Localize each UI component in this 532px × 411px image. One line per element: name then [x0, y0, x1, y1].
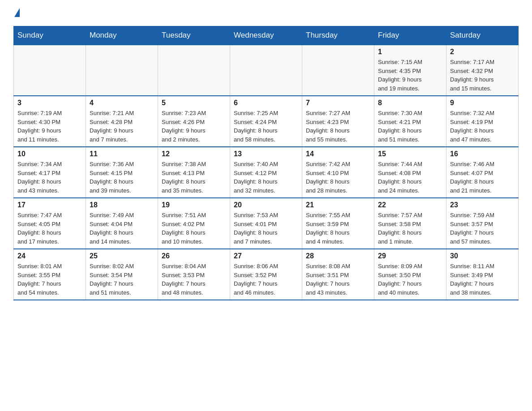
- day-number: 20: [234, 201, 298, 209]
- calendar-cell: 24Sunrise: 8:01 AM Sunset: 3:55 PM Dayli…: [14, 249, 86, 300]
- calendar-cell: [302, 45, 374, 96]
- day-info: Sunrise: 7:21 AM Sunset: 4:28 PM Dayligh…: [90, 109, 154, 144]
- day-number: 3: [17, 99, 82, 107]
- day-number: 21: [306, 201, 370, 209]
- day-number: 17: [17, 201, 82, 209]
- calendar-cell: 7Sunrise: 7:27 AM Sunset: 4:23 PM Daylig…: [302, 96, 374, 147]
- calendar-cell: 11Sunrise: 7:36 AM Sunset: 4:15 PM Dayli…: [86, 147, 158, 198]
- day-info: Sunrise: 8:04 AM Sunset: 3:53 PM Dayligh…: [162, 262, 226, 297]
- day-number: 27: [234, 252, 298, 260]
- day-info: Sunrise: 7:23 AM Sunset: 4:26 PM Dayligh…: [162, 109, 226, 144]
- calendar-cell: 1Sunrise: 7:15 AM Sunset: 4:35 PM Daylig…: [374, 45, 446, 96]
- day-info: Sunrise: 7:51 AM Sunset: 4:02 PM Dayligh…: [162, 211, 226, 246]
- calendar-cell: 10Sunrise: 7:34 AM Sunset: 4:17 PM Dayli…: [14, 147, 86, 198]
- day-info: Sunrise: 7:17 AM Sunset: 4:32 PM Dayligh…: [450, 58, 515, 93]
- day-number: 15: [378, 150, 442, 158]
- day-number: 7: [306, 99, 370, 107]
- day-info: Sunrise: 7:38 AM Sunset: 4:13 PM Dayligh…: [162, 160, 226, 195]
- calendar-cell: 25Sunrise: 8:02 AM Sunset: 3:54 PM Dayli…: [86, 249, 158, 300]
- day-number: 30: [450, 252, 515, 260]
- calendar-cell: 18Sunrise: 7:49 AM Sunset: 4:04 PM Dayli…: [86, 198, 158, 249]
- day-number: 5: [162, 99, 226, 107]
- day-info: Sunrise: 7:47 AM Sunset: 4:05 PM Dayligh…: [17, 211, 82, 246]
- day-info: Sunrise: 7:49 AM Sunset: 4:04 PM Dayligh…: [90, 211, 154, 246]
- page-header: [13, 9, 519, 17]
- calendar-week-row: 3Sunrise: 7:19 AM Sunset: 4:30 PM Daylig…: [14, 96, 519, 147]
- day-number: 18: [90, 201, 154, 209]
- calendar-cell: 19Sunrise: 7:51 AM Sunset: 4:02 PM Dayli…: [158, 198, 230, 249]
- calendar-cell: 17Sunrise: 7:47 AM Sunset: 4:05 PM Dayli…: [14, 198, 86, 249]
- day-number: 6: [234, 99, 298, 107]
- day-info: Sunrise: 7:57 AM Sunset: 3:58 PM Dayligh…: [378, 211, 442, 246]
- day-info: Sunrise: 7:44 AM Sunset: 4:08 PM Dayligh…: [378, 160, 442, 195]
- calendar-cell: 26Sunrise: 8:04 AM Sunset: 3:53 PM Dayli…: [158, 249, 230, 300]
- day-info: Sunrise: 7:32 AM Sunset: 4:19 PM Dayligh…: [450, 109, 515, 144]
- calendar-header-wednesday: Wednesday: [230, 26, 302, 45]
- calendar-cell: 20Sunrise: 7:53 AM Sunset: 4:01 PM Dayli…: [230, 198, 302, 249]
- calendar-week-row: 1Sunrise: 7:15 AM Sunset: 4:35 PM Daylig…: [14, 45, 519, 96]
- day-info: Sunrise: 7:53 AM Sunset: 4:01 PM Dayligh…: [234, 211, 298, 246]
- day-number: 9: [450, 99, 515, 107]
- day-number: 12: [162, 150, 226, 158]
- day-number: 29: [378, 252, 442, 260]
- day-info: Sunrise: 7:36 AM Sunset: 4:15 PM Dayligh…: [90, 160, 154, 195]
- calendar-cell: [230, 45, 302, 96]
- day-info: Sunrise: 7:34 AM Sunset: 4:17 PM Dayligh…: [17, 160, 82, 195]
- calendar-cell: 21Sunrise: 7:55 AM Sunset: 3:59 PM Dayli…: [302, 198, 374, 249]
- calendar-cell: 13Sunrise: 7:40 AM Sunset: 4:12 PM Dayli…: [230, 147, 302, 198]
- day-info: Sunrise: 7:42 AM Sunset: 4:10 PM Dayligh…: [306, 160, 370, 195]
- day-info: Sunrise: 7:30 AM Sunset: 4:21 PM Dayligh…: [378, 109, 442, 144]
- calendar-cell: 2Sunrise: 7:17 AM Sunset: 4:32 PM Daylig…: [446, 45, 519, 96]
- calendar-table: SundayMondayTuesdayWednesdayThursdayFrid…: [13, 26, 519, 300]
- day-number: 11: [90, 150, 154, 158]
- day-number: 1: [378, 48, 442, 56]
- day-number: 24: [17, 252, 82, 260]
- calendar-week-row: 17Sunrise: 7:47 AM Sunset: 4:05 PM Dayli…: [14, 198, 519, 249]
- day-number: 14: [306, 150, 370, 158]
- day-number: 23: [450, 201, 515, 209]
- day-number: 19: [162, 201, 226, 209]
- day-info: Sunrise: 8:09 AM Sunset: 3:50 PM Dayligh…: [378, 262, 442, 297]
- day-info: Sunrise: 7:46 AM Sunset: 4:07 PM Dayligh…: [450, 160, 515, 195]
- day-info: Sunrise: 7:59 AM Sunset: 3:57 PM Dayligh…: [450, 211, 515, 246]
- day-info: Sunrise: 7:25 AM Sunset: 4:24 PM Dayligh…: [234, 109, 298, 144]
- calendar-cell: 8Sunrise: 7:30 AM Sunset: 4:21 PM Daylig…: [374, 96, 446, 147]
- day-info: Sunrise: 8:06 AM Sunset: 3:52 PM Dayligh…: [234, 262, 298, 297]
- calendar-cell: 14Sunrise: 7:42 AM Sunset: 4:10 PM Dayli…: [302, 147, 374, 198]
- calendar-week-row: 10Sunrise: 7:34 AM Sunset: 4:17 PM Dayli…: [14, 147, 519, 198]
- day-info: Sunrise: 8:11 AM Sunset: 3:49 PM Dayligh…: [450, 262, 515, 297]
- calendar-header-friday: Friday: [374, 26, 446, 45]
- calendar-cell: 30Sunrise: 8:11 AM Sunset: 3:49 PM Dayli…: [446, 249, 519, 300]
- calendar-cell: 3Sunrise: 7:19 AM Sunset: 4:30 PM Daylig…: [14, 96, 86, 147]
- day-number: 22: [378, 201, 442, 209]
- calendar-header-thursday: Thursday: [302, 26, 374, 45]
- day-number: 16: [450, 150, 515, 158]
- calendar-cell: [14, 45, 86, 96]
- calendar-header-tuesday: Tuesday: [158, 26, 230, 45]
- day-number: 13: [234, 150, 298, 158]
- calendar-header-monday: Monday: [86, 26, 158, 45]
- day-info: Sunrise: 7:27 AM Sunset: 4:23 PM Dayligh…: [306, 109, 370, 144]
- calendar-cell: 28Sunrise: 8:08 AM Sunset: 3:51 PM Dayli…: [302, 249, 374, 300]
- day-number: 28: [306, 252, 370, 260]
- day-info: Sunrise: 8:01 AM Sunset: 3:55 PM Dayligh…: [17, 262, 82, 297]
- calendar-cell: 15Sunrise: 7:44 AM Sunset: 4:08 PM Dayli…: [374, 147, 446, 198]
- logo-triangle-icon: [14, 8, 20, 17]
- calendar-header-sunday: Sunday: [14, 26, 86, 45]
- day-number: 25: [90, 252, 154, 260]
- day-info: Sunrise: 8:02 AM Sunset: 3:54 PM Dayligh…: [90, 262, 154, 297]
- calendar-header-row: SundayMondayTuesdayWednesdayThursdayFrid…: [14, 26, 519, 45]
- day-number: 8: [378, 99, 442, 107]
- calendar-cell: 27Sunrise: 8:06 AM Sunset: 3:52 PM Dayli…: [230, 249, 302, 300]
- calendar-header-saturday: Saturday: [446, 26, 519, 45]
- calendar-cell: 16Sunrise: 7:46 AM Sunset: 4:07 PM Dayli…: [446, 147, 519, 198]
- day-number: 10: [17, 150, 82, 158]
- calendar-cell: 29Sunrise: 8:09 AM Sunset: 3:50 PM Dayli…: [374, 249, 446, 300]
- calendar-cell: 22Sunrise: 7:57 AM Sunset: 3:58 PM Dayli…: [374, 198, 446, 249]
- day-number: 26: [162, 252, 226, 260]
- calendar-cell: 6Sunrise: 7:25 AM Sunset: 4:24 PM Daylig…: [230, 96, 302, 147]
- day-number: 2: [450, 48, 515, 56]
- calendar-cell: [86, 45, 158, 96]
- calendar-cell: 5Sunrise: 7:23 AM Sunset: 4:26 PM Daylig…: [158, 96, 230, 147]
- calendar-cell: [158, 45, 230, 96]
